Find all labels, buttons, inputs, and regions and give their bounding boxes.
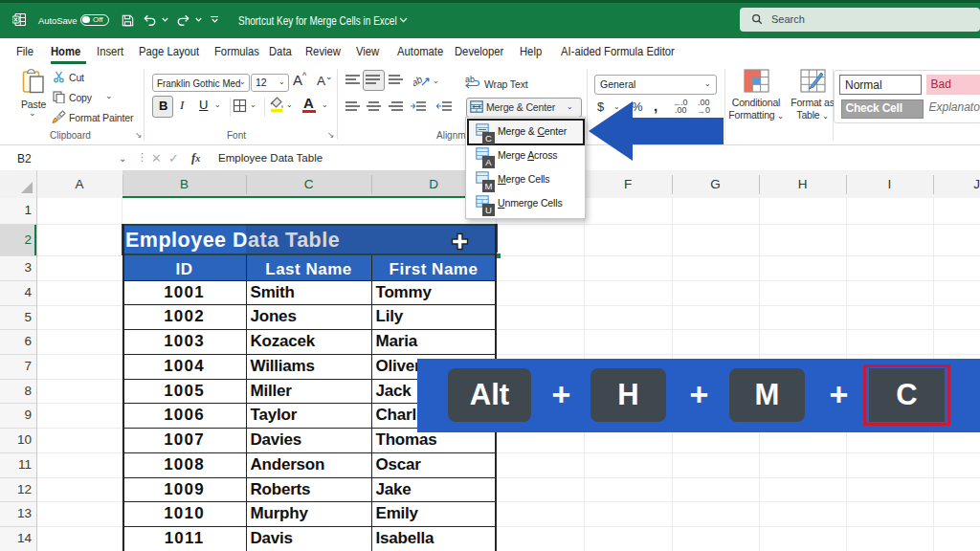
svg-text:ab: ab: [413, 74, 424, 88]
svg-text:ab: ab: [465, 75, 475, 84]
